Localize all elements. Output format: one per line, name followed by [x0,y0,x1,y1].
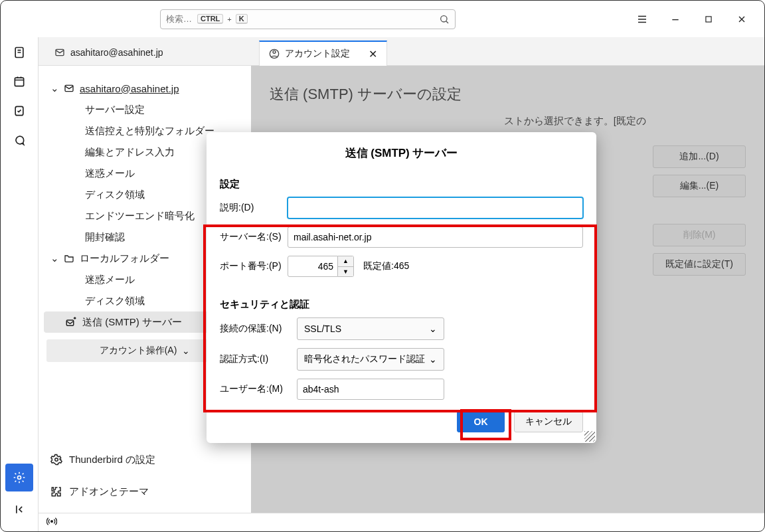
account-label: asahitaro@asahinet.jp [80,83,179,94]
smtp-server-dialog: 送信 (SMTP) サーバー 設定 説明:(D) サーバー名:(S) ポート番号… [207,132,596,443]
hamburger-menu-icon[interactable] [636,13,649,26]
mail-icon [64,83,74,94]
cancel-button[interactable]: キャンセル [514,411,583,432]
sidebar-item-server[interactable]: サーバー設定 [44,99,246,120]
username-input[interactable] [297,379,444,400]
search-placeholder: 検索… [166,13,192,25]
kbd-k: K [236,14,248,24]
server-input[interactable] [288,226,583,248]
window-maximize-button[interactable] [702,13,715,26]
mail-icon [54,47,65,58]
tab-inbox[interactable]: asahitaro@asahinet.jp [45,40,173,65]
svg-point-8 [273,50,276,53]
rail-chat-icon[interactable] [5,126,33,154]
rail-settings-icon[interactable] [5,464,33,491]
sidebar-thunderbird-settings[interactable]: Thunderbird の設定 [50,444,246,476]
svg-point-1 [441,15,447,21]
svg-rect-2 [706,16,711,21]
auth-method-select[interactable]: 暗号化されたパスワード認証 ⌄ [297,348,444,371]
puzzle-icon [50,486,62,497]
chevron-down-icon: ⌄ [50,82,58,94]
sidebar-account[interactable]: ⌄ asahitaro@asahinet.jp [44,78,246,99]
svg-point-13 [51,521,53,523]
svg-point-12 [55,458,58,462]
svg-rect-4 [15,78,23,86]
chevron-down-icon[interactable]: ▼ [338,267,353,277]
ok-button[interactable]: OK [457,411,505,432]
tab-label: asahitaro@asahinet.jp [70,47,163,58]
outgoing-icon [65,316,77,328]
connection-security-select[interactable]: SSL/TLS ⌄ [297,317,444,340]
chevron-down-icon: ⌄ [429,323,437,334]
label-auth-method: 認証方式:(I) [220,353,292,365]
broadcast-icon [46,516,57,529]
window-close-button[interactable] [735,13,748,26]
sidebar-addons[interactable]: アドオンとテーマ [50,476,246,507]
label-connection-security: 接続の保護:(N) [220,323,292,335]
statusbar [39,513,764,531]
window-minimize-button[interactable] [669,13,682,26]
svg-rect-11 [66,320,74,325]
chevron-down-icon: ⌄ [429,354,437,365]
gear-icon [50,454,62,466]
close-icon[interactable]: ✕ [369,48,377,60]
section-settings: 設定 [220,178,583,191]
smtp-label: 送信 (SMTP) サーバー [82,316,182,329]
search-icon [439,14,450,25]
folder-icon [64,253,74,264]
label-server: サーバー名:(S) [220,231,282,243]
chevron-down-icon: ⌄ [50,252,58,264]
port-stepper[interactable]: ▲▼ [338,256,354,277]
tab-label: アカウント設定 [285,48,350,60]
resize-handle[interactable] [584,431,595,442]
port-input[interactable] [288,256,338,277]
left-rail [1,37,39,531]
tabstrip: asahitaro@asahinet.jp アカウント設定 ✕ [39,37,764,66]
local-folders-label: ローカルフォルダー [80,252,169,265]
titlebar: 検索… CTRL + K [1,1,764,37]
label-description: 説明:(D) [220,202,282,214]
dialog-title: 送信 (SMTP) サーバー [220,145,583,161]
default-port-label: 既定値:465 [363,260,409,272]
description-input[interactable] [288,197,583,219]
chevron-down-icon: ⌄ [182,345,190,356]
rail-calendar-icon[interactable] [5,68,33,96]
kbd-ctrl: CTRL [197,14,223,24]
chevron-up-icon[interactable]: ▲ [338,256,353,267]
rail-collapse-icon[interactable] [5,495,33,523]
label-username: ユーザー名:(M) [220,383,292,395]
account-icon [269,48,280,59]
label-port: ポート番号:(P) [220,260,282,272]
rail-addressbook-icon[interactable] [5,39,33,66]
section-security: セキュリティと認証 [220,298,583,311]
mail-icon[interactable] [5,0,33,1]
rail-tasks-icon[interactable] [5,97,33,125]
kbd-plus: + [227,15,231,23]
search-input[interactable]: 検索… CTRL + K [160,9,456,29]
svg-point-6 [18,476,21,480]
tab-account-settings[interactable]: アカウント設定 ✕ [259,41,387,66]
